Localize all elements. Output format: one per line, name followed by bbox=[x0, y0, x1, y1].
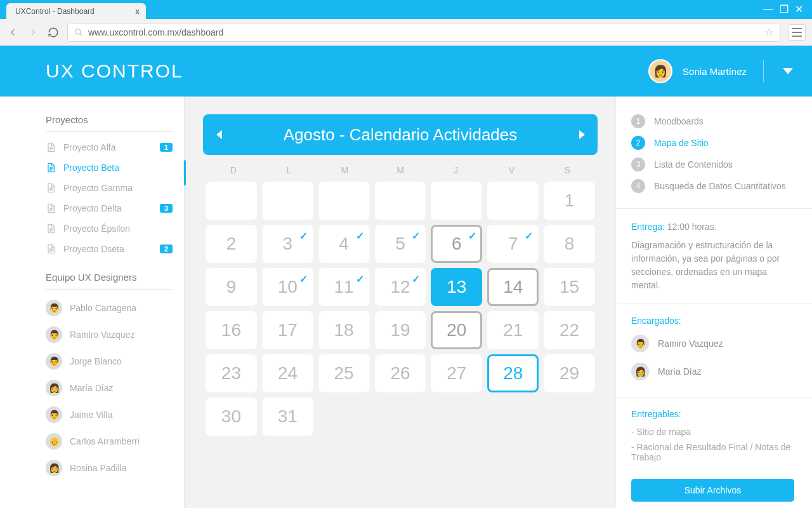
tab-title: UXControl - Dashboard bbox=[15, 7, 95, 16]
calendar-day[interactable]: 9 bbox=[206, 268, 257, 306]
check-icon: ✓ bbox=[412, 273, 420, 285]
step-number: 1 bbox=[631, 114, 645, 128]
calendar-day[interactable]: 2 bbox=[206, 225, 257, 263]
calendar-day[interactable]: 4✓ bbox=[318, 225, 370, 263]
calendar-day[interactable]: 1 bbox=[544, 182, 595, 220]
project-item[interactable]: Proyecto Alfa1 bbox=[46, 137, 173, 157]
calendar-day[interactable]: 21 bbox=[487, 311, 539, 349]
member-avatar: 👨 bbox=[46, 353, 62, 370]
calendar-day[interactable]: 25 bbox=[318, 354, 370, 392]
upload-button[interactable]: Subir Archivos bbox=[631, 479, 794, 502]
assignee-avatar: 👩 bbox=[631, 363, 649, 380]
workflow-step[interactable]: 4Busqueda de Datos Cuantitativos bbox=[631, 175, 794, 197]
team-member[interactable]: 👴Carlos Arramberri bbox=[46, 428, 173, 455]
project-item[interactable]: Proyecto Épsilon bbox=[46, 218, 173, 239]
project-item[interactable]: Proyecto Beta bbox=[46, 157, 173, 178]
team-member[interactable]: 👨Jaime Villa bbox=[46, 401, 173, 428]
calendar-day[interactable]: 7✓ bbox=[487, 225, 539, 263]
member-name: María Díaz bbox=[70, 383, 113, 393]
calendar-empty-cell bbox=[487, 182, 539, 220]
calendar-day[interactable]: 31 bbox=[262, 398, 313, 436]
workflow-step[interactable]: 3Lista de Contenidos bbox=[631, 154, 794, 175]
step-number: 2 bbox=[631, 136, 645, 150]
calendar-day[interactable]: 23 bbox=[206, 354, 257, 392]
member-name: Rosina Padilla bbox=[70, 463, 127, 473]
calendar-day[interactable]: 19 bbox=[375, 311, 426, 349]
workflow-step[interactable]: 2Mapa de Sitio bbox=[631, 132, 794, 154]
check-icon: ✓ bbox=[356, 273, 364, 285]
member-avatar: 👴 bbox=[46, 433, 62, 450]
calendar-day[interactable]: 5✓ bbox=[375, 225, 426, 263]
dow-label: J bbox=[428, 165, 484, 175]
step-number: 3 bbox=[631, 157, 645, 171]
url-input[interactable] bbox=[88, 27, 759, 37]
project-item[interactable]: Proyecto Gamma bbox=[46, 178, 173, 198]
calendar-empty-cell bbox=[375, 182, 426, 220]
browser-tab[interactable]: UXControl - Dashboard x bbox=[6, 3, 146, 19]
address-bar[interactable]: ☆ bbox=[67, 23, 780, 42]
team-member[interactable]: 👨Ramiro Vazquez bbox=[46, 321, 173, 348]
forward-icon[interactable] bbox=[27, 26, 39, 39]
check-icon: ✓ bbox=[468, 230, 476, 242]
member-avatar: 👩 bbox=[46, 460, 62, 476]
calendar-day[interactable]: 8 bbox=[544, 225, 595, 263]
team-member[interactable]: 👨Jorge Blanco bbox=[46, 348, 173, 375]
close-window-icon[interactable]: ✕ bbox=[795, 3, 803, 15]
project-item[interactable]: Proyecto Delta3 bbox=[46, 198, 173, 218]
projects-heading: Proyectos bbox=[46, 110, 173, 132]
calendar-day[interactable]: 6✓ bbox=[431, 225, 482, 263]
calendar-day[interactable]: 28 bbox=[487, 354, 539, 392]
project-label: Proyecto Alfa bbox=[63, 142, 116, 152]
calendar-day[interactable]: 27 bbox=[431, 354, 482, 392]
calendar-day[interactable]: 14 bbox=[487, 268, 539, 306]
browser-tab-bar: UXControl - Dashboard x — ❐ ✕ bbox=[0, 0, 812, 19]
calendar-day[interactable]: 13 bbox=[431, 268, 482, 306]
calendar-day[interactable]: 11✓ bbox=[318, 268, 370, 306]
dow-label: M bbox=[372, 165, 428, 175]
calendar-day[interactable]: 22 bbox=[544, 311, 595, 349]
user-menu[interactable]: 👩 Sonia Martínez bbox=[648, 59, 793, 83]
assignee-name: Ramiro Vazquez bbox=[658, 338, 723, 349]
calendar-grid: 123✓4✓5✓6✓7✓8910✓11✓12✓13141516171819202… bbox=[206, 182, 595, 436]
calendar-day[interactable]: 15 bbox=[544, 268, 595, 306]
calendar-day[interactable]: 29 bbox=[544, 354, 595, 392]
user-dropdown[interactable] bbox=[763, 60, 793, 82]
calendar-day[interactable]: 20 bbox=[431, 311, 482, 349]
close-tab-icon[interactable]: x bbox=[135, 7, 140, 16]
check-icon: ✓ bbox=[525, 230, 533, 242]
team-member[interactable]: 👩María Díaz bbox=[46, 375, 173, 401]
calendar-day[interactable]: 24 bbox=[262, 354, 313, 392]
calendar-day[interactable]: 26 bbox=[375, 354, 426, 392]
team-member[interactable]: 👩Rosina Padilla bbox=[46, 455, 173, 481]
calendar-empty-cell bbox=[206, 182, 257, 220]
dow-label: S bbox=[539, 165, 595, 175]
calendar-day[interactable]: 16 bbox=[206, 311, 257, 349]
reload-icon[interactable] bbox=[47, 26, 60, 39]
step-label: Busqueda de Datos Cuantitativos bbox=[654, 181, 786, 191]
browser-menu-icon[interactable] bbox=[788, 24, 806, 41]
back-icon[interactable] bbox=[6, 26, 19, 39]
calendar-day[interactable]: 30 bbox=[206, 398, 257, 436]
calendar-prev-button[interactable] bbox=[203, 114, 235, 155]
user-name: Sonia Martínez bbox=[683, 66, 747, 77]
calendar-subtitle: Calendario Actividades bbox=[350, 125, 518, 144]
member-avatar: 👩 bbox=[46, 380, 62, 396]
task-description: Diagramación y estructuración de la info… bbox=[631, 239, 794, 292]
team-member[interactable]: 👨Pablo Cartagena bbox=[46, 295, 173, 321]
member-name: Jorge Blanco bbox=[70, 356, 122, 366]
calendar-next-button[interactable] bbox=[566, 114, 598, 155]
project-badge: 3 bbox=[160, 204, 173, 213]
maximize-icon[interactable]: ❐ bbox=[780, 3, 789, 15]
calendar-day[interactable]: 18 bbox=[318, 311, 370, 349]
project-badge: 1 bbox=[160, 143, 173, 152]
project-item[interactable]: Proyecto Dseta2 bbox=[46, 239, 173, 259]
calendar-empty-cell bbox=[318, 182, 370, 220]
calendar-day[interactable]: 3✓ bbox=[262, 225, 313, 263]
calendar-day[interactable]: 17 bbox=[262, 311, 313, 349]
bookmark-icon[interactable]: ☆ bbox=[764, 26, 773, 38]
calendar-day[interactable]: 10✓ bbox=[262, 268, 313, 306]
minimize-icon[interactable]: — bbox=[763, 3, 773, 15]
calendar-day[interactable]: 12✓ bbox=[375, 268, 426, 306]
workflow-step[interactable]: 1Moodboards bbox=[631, 110, 794, 132]
assignee: 👩María Díaz bbox=[631, 358, 794, 385]
